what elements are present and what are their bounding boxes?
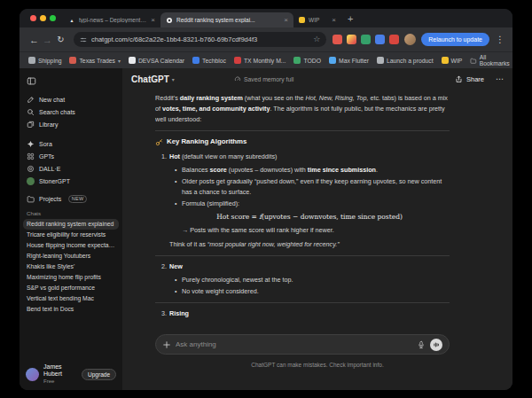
chat-list-item[interactable]: House flipping income expectatio... (23, 240, 119, 251)
bookmark-label: TODO (303, 58, 321, 64)
user-avatar (26, 368, 39, 381)
list-item-title: New (169, 261, 183, 272)
extension-icon[interactable] (389, 35, 399, 44)
close-window-button[interactable] (30, 15, 36, 21)
profile-avatar[interactable] (404, 34, 416, 45)
chat-list-item[interactable]: Khakis like Styles' (23, 261, 119, 272)
share-button[interactable]: Share (466, 75, 484, 83)
extension-icon[interactable] (332, 35, 342, 44)
forward-button[interactable]: → (41, 35, 54, 45)
tab-typi-news[interactable]: ▲ typi-news – Deployments – V... × (63, 12, 160, 27)
sidebar-item-label: Sora (39, 141, 52, 147)
tab-close-icon[interactable]: × (332, 17, 336, 24)
bookmark-folder-texas-trades[interactable]: Texas Trades▾ (69, 57, 120, 64)
tab-strip: ▲ typi-news – Deployments – V... × Reddi… (20, 9, 512, 27)
conversation-menu-icon[interactable]: ⋯ (496, 74, 504, 83)
new-tab-button[interactable]: + (341, 13, 359, 24)
tab-close-icon[interactable]: × (284, 17, 288, 24)
reload-button[interactable]: ↻ (54, 35, 67, 44)
folder-icon (27, 195, 35, 203)
sidebar-item-gpts[interactable]: GPTs (23, 150, 119, 162)
bookmark-favicon (69, 57, 76, 64)
bookmark-favicon (129, 57, 136, 64)
bullet-item: •Older posts get gradually “pushed down,… (155, 176, 450, 198)
chat-list-item[interactable]: Vertical text bending Mac (23, 293, 119, 304)
new-badge: NEW (68, 195, 87, 203)
chat-list-item[interactable]: S&P vs gold performance (23, 283, 119, 293)
tab-close-icon[interactable]: × (151, 17, 155, 24)
bookmark-label: Texas Trades (79, 58, 114, 64)
tab-wip[interactable]: WIP × (293, 12, 341, 27)
chat-list-item[interactable]: Maximizing home flip profits (23, 272, 119, 283)
composer[interactable] (155, 334, 450, 355)
chat-list-item[interactable]: Bend text in Docs (23, 304, 119, 315)
memory-status[interactable]: Saved memory full (234, 68, 293, 90)
mic-icon[interactable] (417, 340, 426, 349)
minimize-window-button[interactable] (40, 15, 46, 21)
sidebar-toggle-icon[interactable] (27, 76, 36, 86)
chatgpt-favicon (166, 17, 173, 24)
bookmark-max-flutter[interactable]: Max Flutter (329, 57, 369, 64)
upgrade-button[interactable]: Upgrade (82, 369, 116, 380)
bookmark-favicon (329, 57, 336, 64)
user-plan: Free (43, 378, 77, 385)
bookmark-favicon (377, 57, 384, 64)
sidebar-item-library[interactable]: Library (23, 118, 119, 130)
site-info-icon[interactable] (80, 36, 87, 43)
wip-favicon (299, 17, 305, 23)
bookmark-techbloc[interactable]: Techbloc (192, 57, 226, 64)
message-input[interactable] (176, 340, 412, 348)
tab-label: WIP (309, 17, 328, 23)
back-button[interactable]: ← (27, 35, 41, 45)
bookmark-launch-a-product[interactable]: Launch a product (377, 57, 434, 64)
sora-icon (27, 140, 35, 148)
bookmark-favicon (442, 57, 449, 64)
relaunch-to-update-button[interactable]: Relaunch to update (421, 33, 489, 46)
tab-label: Reddit ranking system explai... (176, 17, 280, 23)
bookmark-favicon (192, 57, 200, 64)
chevron-down-icon: ▾ (172, 76, 175, 82)
extension-icon[interactable] (361, 35, 371, 44)
chat-header: ChatGPT ▾ Saved memory full Share ⋯ (122, 68, 512, 90)
bullet-text: Purely chronological, newest at the top. (182, 275, 293, 285)
bookmark-wip[interactable]: WIP (442, 57, 463, 64)
bookmark-star-icon[interactable]: ☆ (313, 35, 320, 43)
chat-list-item[interactable]: Tricare eligibility for reservists (23, 230, 119, 240)
bookmark-tx-monthly[interactable]: TX Monthly M... (234, 57, 286, 64)
tab-reddit-ranking[interactable]: Reddit ranking system explai... × (160, 12, 293, 27)
bookmark-todo[interactable]: TODO (293, 57, 321, 64)
chat-list-item[interactable]: Right-leaning Youtubers (23, 251, 119, 261)
sidebar-item-label: DALL·E (39, 166, 61, 172)
bookmark-devsa-calendar[interactable]: DEVSA Calendar (129, 57, 184, 64)
extension-icon[interactable] (347, 35, 356, 44)
voice-mode-button[interactable] (430, 339, 442, 351)
folder-icon (470, 57, 476, 65)
address-bar[interactable]: chatgpt.com/c/68c2a22e-1bb4-8321-b760-69… (74, 32, 326, 47)
extension-icon[interactable] (375, 35, 385, 44)
url-text: chatgpt.com/c/68c2a22e-1bb4-8321-b760-69… (91, 35, 309, 43)
account-row[interactable]: James Hubert Free Upgrade (20, 358, 122, 390)
sidebar-item-label: Search chats (39, 109, 75, 115)
assistant-message-paragraph: Reddit's daily ranking system (what you … (155, 93, 450, 125)
bullet-text: Balances score (upvotes – downvotes) wit… (182, 165, 378, 176)
sidebar-item-new-chat[interactable]: New chat (23, 93, 119, 105)
sidebar-item-projects[interactable]: Projects NEW (23, 192, 119, 205)
sidebar-item-label: StonerGPT (39, 178, 70, 184)
bookmarks-bar: Shipping Texas Trades▾ DEVSA Calendar Te… (20, 51, 512, 68)
math-formula: Hot score = f(upvotes − downvotes, time … (155, 212, 450, 222)
zoom-window-button[interactable] (50, 15, 56, 21)
sidebar-item-sora[interactable]: Sora (23, 137, 119, 150)
bookmark-label: WIP (451, 58, 463, 64)
all-bookmarks-button[interactable]: All Bookmarks (470, 54, 511, 66)
model-selector[interactable]: ChatGPT (131, 74, 169, 84)
browser-menu-icon[interactable]: ⋮ (489, 35, 505, 44)
attach-plus-icon[interactable] (162, 340, 171, 349)
sidebar-item-dalle[interactable]: DALL·E (23, 162, 119, 175)
chat-list-item[interactable]: Reddit ranking system explained (23, 219, 119, 230)
sidebar-item-search-chats[interactable]: Search chats (23, 105, 119, 118)
bullet-text: No vote weight considered. (182, 286, 259, 297)
list-number: 2. (161, 261, 169, 272)
tab-label: typi-news – Deployments – V... (79, 17, 147, 23)
sidebar-item-stonergpt[interactable]: StonerGPT (23, 175, 119, 187)
bookmark-shipping[interactable]: Shipping (28, 57, 61, 64)
